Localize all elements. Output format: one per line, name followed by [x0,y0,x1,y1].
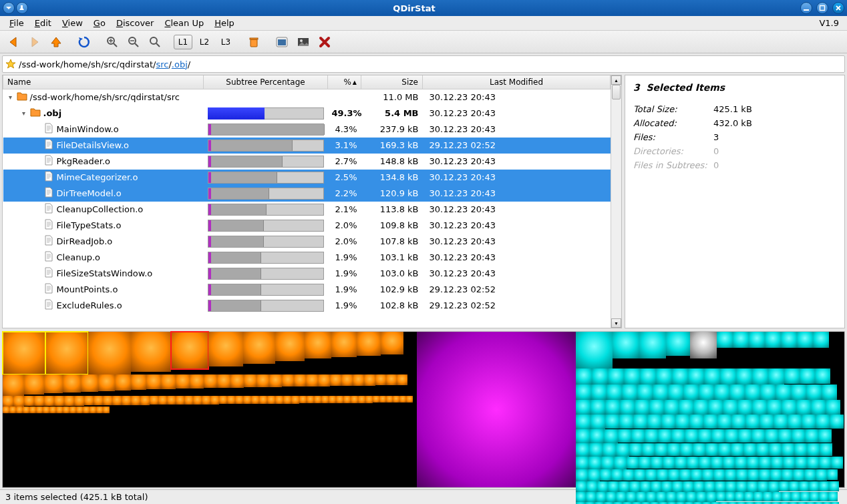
treemap-block[interactable] [88,332,131,374]
directory-tree[interactable]: Name Subtree Percentage %▲ Size Last Mod… [2,75,622,328]
menu-discover[interactable]: Discover [111,17,160,29]
treemap-block[interactable] [16,407,23,413]
treemap-block[interactable] [386,374,397,385]
treemap-block[interactable] [657,469,668,481]
treemap-block[interactable] [406,396,413,403]
treemap-block[interactable] [44,374,63,393]
treemap-block[interactable] [204,374,217,388]
treemap-block[interactable] [576,332,613,368]
treemap-block[interactable] [802,415,816,429]
treemap-block[interactable] [725,481,736,492]
treemap-block[interactable] [795,457,807,469]
treemap-block[interactable] [743,443,756,456]
treemap-block[interactable] [600,469,611,481]
treemap-block[interactable] [668,385,683,400]
treemap-block[interactable] [751,429,765,443]
treemap-block[interactable] [805,429,818,443]
up-button[interactable] [47,33,65,51]
treemap-block[interactable] [782,443,794,456]
treemap-block[interactable] [122,396,131,405]
treemap-block[interactable] [619,415,633,429]
treemap-block[interactable] [74,396,84,406]
treemap-block[interactable] [576,481,586,492]
window-maximize-button[interactable] [816,2,828,14]
treemap-block[interactable] [94,396,103,405]
treemap-block[interactable] [645,429,658,443]
treemap-block[interactable] [608,368,624,385]
treemap-block[interactable] [830,415,844,429]
treemap-block[interactable] [828,492,838,501]
table-row[interactable]: ▸FileSizeStatsWindow.o1.9%103.0 kB30.12.… [3,266,611,282]
treemap-block[interactable] [616,443,629,457]
scroll-up-button[interactable]: ▴ [611,75,621,85]
treemap-block[interactable] [637,385,653,400]
treemap-block[interactable] [81,374,98,392]
treemap-block[interactable] [633,415,647,429]
treemap-block[interactable] [683,481,693,492]
expander-icon[interactable]: ▾ [7,93,14,101]
treemap-block[interactable] [731,415,745,429]
treemap-block[interactable] [34,396,44,406]
table-row[interactable]: ▾/ssd-work/home/sh/src/qdirstat/src11.0 … [3,89,611,105]
treemap-block[interactable] [666,332,690,356]
treemap-block[interactable] [800,368,815,384]
open-trash-button[interactable] [244,33,263,51]
treemap-block[interactable] [635,400,649,415]
treemap-block[interactable] [592,368,608,385]
treemap-block[interactable] [210,396,219,405]
treemap[interactable] [2,331,845,488]
table-row[interactable]: ▸PkgReader.o2.7%148.8 kB30.12.23 20:43 [3,154,611,170]
treemap-block[interactable] [251,396,259,404]
treemap-block[interactable] [705,443,718,456]
treemap-block[interactable] [291,396,299,404]
treemap-block[interactable] [747,457,759,469]
treemap-block[interactable] [797,332,813,348]
treemap-block[interactable] [176,396,184,405]
treemap-block[interactable] [341,374,353,386]
treemap-block[interactable] [45,332,88,374]
treemap-block[interactable] [283,396,291,404]
treemap-block[interactable] [176,374,190,389]
scroll-down-button[interactable]: ▾ [611,318,621,328]
treemap-block[interactable] [703,415,717,429]
treemap-block[interactable] [816,469,827,481]
treemap-block[interactable] [774,415,788,429]
treemap-block[interactable] [379,396,386,403]
treemap-block[interactable] [765,429,778,443]
table-row[interactable]: ▸ExcludeRules.o1.9%102.8 kB29.12.23 02:5… [3,298,611,314]
treemap-block[interactable] [753,492,763,501]
treemap-block[interactable] [605,415,619,429]
treemap-block[interactable] [826,400,840,415]
table-row[interactable]: ▸CleanupCollection.o2.1%113.8 kB30.12.23… [3,202,611,218]
treemap-block[interactable] [687,457,699,469]
treemap-block[interactable] [769,443,782,456]
treemap-block[interactable] [9,407,16,413]
treemap-block[interactable] [357,332,381,356]
treemap-block[interactable] [679,469,691,481]
treemap-block[interactable] [818,429,832,443]
treemap-block[interactable] [269,374,282,387]
treemap-block[interactable] [576,429,590,443]
treemap-block[interactable] [737,400,752,415]
treemap-block[interactable] [735,492,744,501]
table-row[interactable]: ▾.obj49.3%5.4 MB30.12.23 20:43 [3,105,611,121]
treemap-block[interactable] [781,332,797,348]
treemap-block[interactable] [601,457,614,469]
treemap-block[interactable] [725,469,736,481]
delete-button[interactable] [315,33,334,51]
treemap-block[interactable] [84,396,94,405]
treemap-block[interactable] [626,492,636,502]
treemap-block[interactable] [23,407,29,413]
treemap-block[interactable] [597,481,608,492]
menu-view[interactable]: View [57,17,88,29]
treemap-block[interactable] [804,469,816,481]
treemap-block[interactable] [69,407,76,413]
treemap-block[interactable] [307,396,314,403]
tree-scrollbar[interactable]: ▴ ▾ [611,75,621,328]
treemap-block[interactable] [331,332,357,357]
treemap-block[interactable] [576,469,588,481]
treemap-block[interactable] [639,457,651,469]
treemap-block[interactable] [373,396,379,403]
level1-button[interactable]: L1 [174,35,192,49]
treemap-block[interactable] [693,400,708,415]
